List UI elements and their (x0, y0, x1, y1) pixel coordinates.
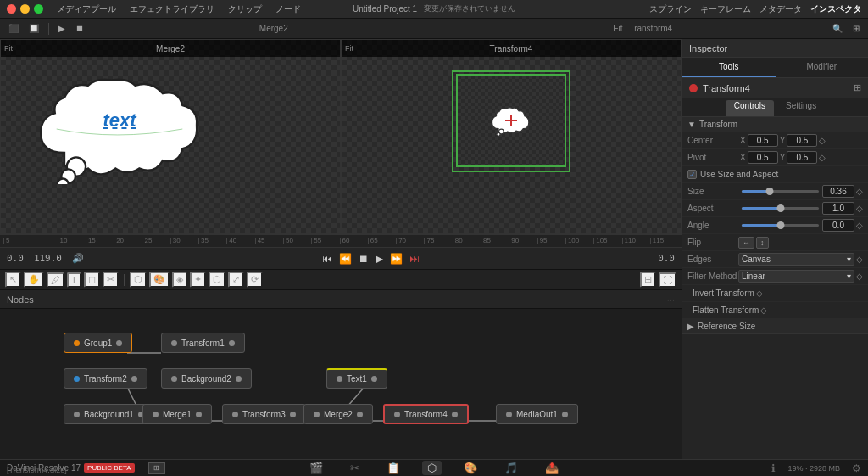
node-transform2[interactable]: Transform2 (64, 368, 147, 389)
menu-keyframes[interactable]: キーフレーム (700, 3, 751, 15)
nav-color[interactable]: 🎨 (459, 461, 482, 475)
maximize-button[interactable] (34, 4, 43, 14)
size-keyframe-icon[interactable]: ◇ (856, 187, 863, 196)
nav-media[interactable]: 🎬 (304, 461, 328, 475)
next-frame-button[interactable]: ⏩ (390, 253, 403, 265)
play-button[interactable]: ▶ (376, 253, 383, 265)
node-mediaout1[interactable]: MediaOut1 (496, 404, 578, 424)
invert-keyframe-icon[interactable]: ◇ (756, 288, 763, 298)
right-viewer[interactable]: Fit Transform4 (341, 39, 682, 234)
flatten-keyframe-icon[interactable]: ◇ (760, 305, 767, 315)
angle-keyframe-icon[interactable]: ◇ (856, 221, 863, 230)
node-transform4[interactable]: Transform4 (383, 404, 469, 424)
toolbar-btn-4[interactable]: ⏹ (72, 23, 87, 34)
menu-metadata[interactable]: メタデータ (760, 3, 802, 15)
nav-fusion[interactable]: ⬡ (422, 461, 442, 475)
menu-spline[interactable]: スプライン (649, 3, 692, 15)
right-fit-label: Fit (345, 44, 353, 53)
audio-icon: 🔊 (72, 253, 84, 264)
nav-deliver[interactable]: 📤 (540, 461, 564, 475)
menu-clip[interactable]: クリップ (228, 3, 262, 15)
nav-edit[interactable]: 📋 (381, 461, 405, 475)
tool-3d[interactable]: ⬡ (209, 272, 225, 288)
node-merge1[interactable]: Merge1 (142, 404, 212, 424)
aspect-keyframe-icon[interactable]: ◇ (856, 204, 863, 213)
node-text1[interactable]: Text1 (326, 368, 387, 389)
aspect-input[interactable] (822, 202, 854, 215)
center-keyframe-icon[interactable]: ◇ (819, 136, 826, 145)
stop-button[interactable]: ⏹ (359, 253, 369, 265)
ctrl-tab-controls[interactable]: Controls (726, 100, 774, 116)
tool-crop[interactable]: ✂ (103, 272, 119, 288)
nodes-menu[interactable]: ··· (667, 294, 675, 305)
node-bg2-dot-left (171, 376, 177, 382)
edges-keyframe-icon[interactable]: ◇ (856, 255, 863, 264)
pivot-keyframe-icon[interactable]: ◇ (819, 153, 826, 162)
menu-effects-library[interactable]: エフェクトライブラリ (130, 3, 214, 15)
tool-pan[interactable]: ✋ (24, 272, 44, 288)
tool-warp[interactable]: ⤢ (228, 272, 244, 288)
toolbar-zoom[interactable]: 🔍 (829, 23, 846, 34)
toolbar-btn-2[interactable]: 🔲 (25, 23, 42, 34)
skip-end-button[interactable]: ⏭ (409, 253, 420, 265)
pivot-y-input[interactable] (787, 151, 817, 164)
tool-particle[interactable]: ✦ (190, 272, 206, 288)
node-merge2[interactable]: Merge2 (303, 404, 373, 424)
angle-slider[interactable] (742, 224, 819, 227)
playback-controls: 0.0 119.0 🔊 ⏮ ⏪ ⏹ ▶ ⏩ ⏭ 0.0 (0, 248, 682, 270)
node-options-icon[interactable]: ⋯ (836, 82, 845, 93)
node-background2[interactable]: Background2 (161, 368, 252, 389)
transform-section-header[interactable]: ▼ Transform (682, 117, 868, 132)
skip-start-button[interactable]: ⏮ (322, 253, 332, 265)
menu-inspector[interactable]: インスペクタ (810, 3, 861, 15)
tab-tools[interactable]: Tools (682, 58, 776, 77)
tool-flow[interactable]: ⟳ (247, 272, 263, 288)
tool-shape[interactable]: ◻ (84, 272, 100, 288)
tool-mask[interactable]: ◈ (172, 272, 187, 288)
tick-5: 30 (170, 238, 198, 244)
close-button[interactable] (7, 4, 16, 14)
minimize-button[interactable] (20, 4, 30, 14)
toolbar-grid[interactable]: ⊞ (849, 23, 863, 34)
reference-size-header[interactable]: ▶ Reference Size (682, 319, 868, 334)
filter-method-dropdown[interactable]: Linear ▾ (738, 270, 854, 283)
flip-horizontal-button[interactable]: ↔ (738, 237, 754, 249)
center-y-input[interactable] (787, 134, 817, 147)
toolbar-btn-1[interactable]: ⬛ (5, 23, 22, 34)
tool-brush[interactable]: 🖊 (47, 272, 64, 288)
size-input[interactable] (822, 185, 854, 198)
node-transform3[interactable]: Transform3 (222, 404, 306, 424)
tool-fit[interactable]: ⊞ (640, 272, 656, 288)
tool-pointer[interactable]: ↖ (5, 272, 21, 288)
menu-nodes[interactable]: ノード (275, 3, 301, 15)
pivot-x-input[interactable] (748, 151, 778, 164)
node-transform1[interactable]: Transform1 (161, 333, 245, 353)
nodes-canvas[interactable]: Group1 Transform1 Transform2 (0, 309, 682, 462)
aspect-slider[interactable] (742, 207, 819, 210)
left-viewer[interactable]: Fit Merge2 text (0, 39, 341, 234)
flip-vertical-button[interactable]: ↕ (756, 237, 769, 249)
tool-fullscreen[interactable]: ⛶ (659, 272, 676, 288)
info-icon[interactable]: ℹ (771, 462, 776, 474)
center-x-input[interactable] (748, 134, 778, 147)
ctrl-tab-settings[interactable]: Settings (777, 100, 825, 116)
toolbar-btn-3[interactable]: ▶ (55, 23, 69, 34)
angle-input[interactable] (822, 219, 854, 232)
tool-text[interactable]: T (67, 272, 81, 288)
prev-frame-button[interactable]: ⏪ (339, 253, 352, 265)
node-background1[interactable]: Background1 (64, 404, 154, 424)
tab-modifier[interactable]: Modifier (776, 58, 869, 77)
tool-color[interactable]: 🎨 (149, 272, 170, 288)
tick-19: 100 (565, 238, 593, 244)
nav-cut[interactable]: ✂ (345, 461, 364, 475)
tool-blur[interactable]: ⬡ (130, 272, 147, 288)
node-group1[interactable]: Group1 (64, 333, 132, 353)
use-size-checkbox[interactable]: ✓ (687, 170, 697, 179)
menu-media-pool[interactable]: メディアプール (57, 3, 116, 15)
size-slider[interactable] (742, 190, 819, 193)
edges-dropdown[interactable]: Canvas ▾ (738, 253, 854, 266)
nav-audio[interactable]: 🎵 (499, 461, 523, 475)
node-expand-icon[interactable]: ⊞ (854, 82, 861, 93)
settings-icon[interactable]: ⚙ (852, 462, 861, 474)
filter-keyframe-icon[interactable]: ◇ (856, 272, 863, 281)
